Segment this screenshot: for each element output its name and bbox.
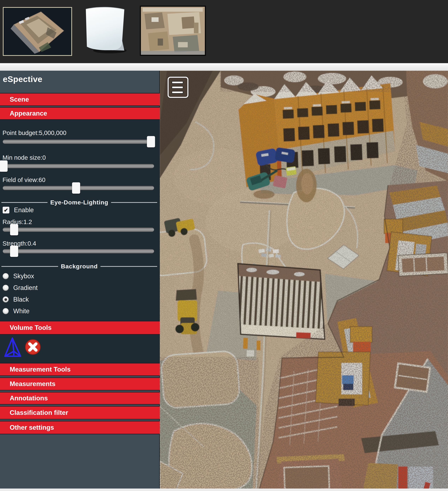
page-title: eSpective bbox=[3, 74, 42, 84]
volume-tools-panel bbox=[0, 335, 160, 363]
sidebar-toggle-menu-button[interactable] bbox=[168, 77, 188, 98]
red-x-glyph bbox=[25, 339, 41, 355]
section-other-settings-label: Other settings bbox=[10, 424, 54, 431]
radio-label: Gradient bbox=[13, 284, 37, 292]
thumbnail-3d-perspective[interactable] bbox=[3, 7, 72, 56]
orthophoto-image bbox=[141, 7, 205, 55]
field-of-view-slider[interactable] bbox=[3, 186, 154, 190]
edl-strength-slider-handle[interactable] bbox=[10, 246, 18, 257]
background-header: Background bbox=[1, 263, 157, 270]
bottom-edge-strip bbox=[0, 489, 448, 491]
hamburger-menu-icon bbox=[172, 81, 183, 84]
blank-page-image bbox=[80, 6, 131, 56]
radio-label: Skybox bbox=[13, 273, 34, 280]
radio-icon[interactable] bbox=[3, 273, 9, 279]
edl-enable-row: Enable bbox=[3, 206, 34, 214]
tetrahedron-glyph bbox=[3, 337, 22, 358]
section-volume-tools-label: Volume Tools bbox=[10, 324, 52, 331]
radio-icon[interactable] bbox=[3, 308, 9, 314]
background-option-white[interactable]: White bbox=[3, 307, 29, 315]
min-node-size-label: Min node size:0 bbox=[2, 154, 46, 161]
add-volume-tetrahedron-icon[interactable] bbox=[3, 337, 22, 359]
thumbnail-blank-page[interactable] bbox=[80, 6, 131, 56]
edl-strength-slider[interactable] bbox=[3, 249, 154, 253]
thumbnail-strip bbox=[0, 0, 448, 63]
remove-volumes-icon[interactable] bbox=[25, 339, 41, 356]
edl-radius-slider-handle[interactable] bbox=[10, 224, 18, 235]
section-appearance-label: Appearance bbox=[10, 110, 47, 117]
point-cloud-viewport[interactable] bbox=[160, 71, 448, 491]
point-budget-slider[interactable] bbox=[3, 140, 154, 144]
section-measurement-tools[interactable]: Measurement Tools bbox=[0, 363, 160, 376]
section-annotations-label: Annotations bbox=[10, 395, 48, 402]
background-header-label: Background bbox=[61, 263, 98, 270]
radio-label: White bbox=[13, 307, 29, 315]
section-annotations[interactable]: Annotations bbox=[0, 392, 160, 405]
3d-site-preview-image bbox=[4, 8, 71, 55]
edl-strength-label: Strength:0.4 bbox=[2, 240, 36, 247]
background-option-skybox[interactable]: Skybox bbox=[3, 273, 34, 280]
section-appearance[interactable]: Appearance bbox=[0, 107, 160, 120]
edl-header: Eye-Dome-Lighting bbox=[1, 199, 157, 206]
section-measurement-tools-label: Measurement Tools bbox=[10, 366, 71, 373]
section-measurements-label: Measurements bbox=[10, 380, 56, 388]
toolbar-separator bbox=[0, 63, 448, 71]
radio-icon[interactable] bbox=[3, 285, 9, 291]
sidebar: eSpective Scene Appearance Point budget:… bbox=[0, 71, 160, 491]
edl-enable-label: Enable bbox=[14, 206, 34, 214]
min-node-size-slider-handle[interactable] bbox=[0, 161, 8, 172]
edl-header-label: Eye-Dome-Lighting bbox=[50, 199, 108, 206]
section-scene[interactable]: Scene bbox=[0, 93, 160, 106]
background-option-gradient[interactable]: Gradient bbox=[3, 284, 37, 292]
field-of-view-slider-handle[interactable] bbox=[72, 182, 80, 194]
section-measurements[interactable]: Measurements bbox=[0, 378, 160, 390]
radio-icon-selected[interactable] bbox=[3, 296, 9, 302]
section-scene-label: Scene bbox=[10, 96, 29, 103]
section-classification-filter-label: Classification filter bbox=[10, 409, 68, 416]
background-option-black[interactable]: Black bbox=[3, 296, 29, 303]
point-cloud-scene[interactable] bbox=[160, 71, 448, 491]
thumbnail-orthophoto[interactable] bbox=[140, 6, 206, 56]
radio-label: Black bbox=[13, 296, 29, 303]
point-budget-label: Point budget:5,000,000 bbox=[2, 129, 66, 136]
section-classification-filter[interactable]: Classification filter bbox=[0, 406, 160, 419]
section-other-settings[interactable]: Other settings bbox=[0, 421, 160, 434]
edl-enable-checkbox[interactable] bbox=[3, 207, 9, 213]
field-of-view-label: Field of view:60 bbox=[2, 176, 45, 183]
section-volume-tools[interactable]: Volume Tools bbox=[0, 321, 160, 335]
min-node-size-slider[interactable] bbox=[3, 164, 154, 168]
edl-radius-slider[interactable] bbox=[3, 227, 154, 232]
point-budget-slider-handle[interactable] bbox=[147, 136, 155, 147]
